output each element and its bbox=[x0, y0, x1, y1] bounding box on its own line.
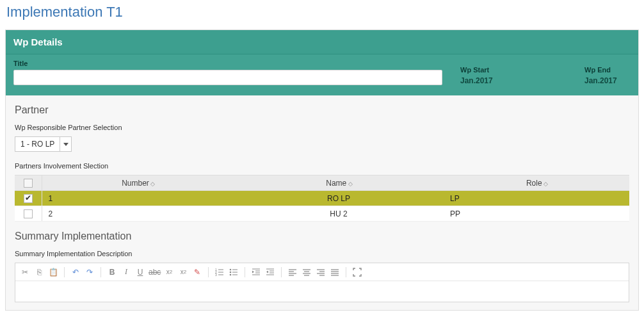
partner-section: Partner Wp Responsible Partner Selection… bbox=[6, 95, 638, 222]
clear-formatting-icon[interactable]: ✎ bbox=[191, 266, 203, 278]
title-label: Title bbox=[13, 60, 442, 67]
outdent-button[interactable] bbox=[250, 266, 262, 278]
indent-button[interactable] bbox=[264, 266, 276, 278]
row-checkbox-cell[interactable] bbox=[15, 206, 42, 222]
wp-details-heading: Wp Details bbox=[13, 37, 63, 47]
sort-icon: ◇ bbox=[348, 181, 351, 187]
editor-canvas[interactable] bbox=[15, 281, 629, 302]
svg-point-8 bbox=[230, 273, 232, 275]
wp-start-value: Jan.2017 bbox=[460, 76, 584, 85]
table-row[interactable]: 1RO LPLP bbox=[15, 191, 629, 206]
wp-details-header: Wp Details Title Wp Start Jan.2017 Wp En… bbox=[6, 30, 638, 95]
align-right-button[interactable] bbox=[315, 266, 326, 278]
header-checkbox-cell[interactable] bbox=[15, 175, 42, 191]
responsible-partner-selected: 1 - RO LP bbox=[15, 140, 60, 149]
fullscreen-button[interactable] bbox=[351, 266, 363, 278]
row-checkbox[interactable] bbox=[24, 209, 33, 218]
strikethrough-button[interactable]: abc bbox=[149, 266, 161, 278]
ordered-list-button[interactable]: 123 bbox=[214, 266, 225, 278]
unordered-list-button[interactable] bbox=[228, 266, 239, 278]
svg-point-7 bbox=[230, 271, 232, 273]
chevron-down-icon bbox=[63, 143, 68, 146]
cell-number: 1 bbox=[42, 191, 234, 206]
editor-toolbar: ✂ ⎘ 📋 ↶ ↷ B I U abc x2 x2 ✎ 123 bbox=[15, 263, 629, 281]
cell-name: RO LP bbox=[234, 191, 444, 206]
col-number[interactable]: Number ◇ bbox=[42, 175, 234, 191]
wp-end-value: Jan.2017 bbox=[584, 76, 631, 85]
svg-text:3: 3 bbox=[215, 273, 217, 277]
cell-role: PP bbox=[444, 206, 629, 222]
underline-button[interactable]: U bbox=[134, 266, 146, 278]
table-row[interactable]: 2HU 2PP bbox=[15, 206, 629, 222]
involvement-label: Partners Involvement Slection bbox=[15, 162, 629, 170]
subscript-button[interactable]: x2 bbox=[163, 266, 175, 278]
cell-number: 2 bbox=[42, 206, 234, 222]
bold-button[interactable]: B bbox=[106, 266, 118, 278]
cell-role: LP bbox=[444, 191, 629, 206]
responsible-partner-dropdown[interactable]: 1 - RO LP bbox=[15, 136, 72, 152]
dropdown-toggle[interactable] bbox=[60, 137, 71, 151]
header-checkbox[interactable] bbox=[24, 179, 33, 188]
sort-icon: ◇ bbox=[150, 181, 154, 187]
wp-start-label: Wp Start bbox=[460, 66, 584, 74]
summary-section: Summary Implementation Summary Implement… bbox=[6, 222, 638, 310]
paste-icon[interactable]: 📋 bbox=[47, 266, 59, 278]
row-checkbox[interactable] bbox=[24, 194, 33, 203]
italic-button[interactable]: I bbox=[120, 266, 132, 278]
summary-description-label: Summary Implementation Description bbox=[15, 250, 629, 257]
align-left-button[interactable] bbox=[287, 266, 298, 278]
title-input[interactable] bbox=[13, 70, 442, 85]
wp-end-label: Wp End bbox=[584, 66, 631, 74]
align-center-button[interactable] bbox=[301, 266, 312, 278]
svg-marker-21 bbox=[266, 270, 268, 273]
align-justify-button[interactable] bbox=[329, 266, 341, 278]
copy-icon[interactable]: ⎘ bbox=[33, 266, 45, 278]
row-checkbox-cell[interactable] bbox=[15, 191, 42, 206]
page-title: Implementation T1 bbox=[5, 0, 639, 29]
cut-icon[interactable]: ✂ bbox=[19, 266, 31, 278]
partner-heading: Partner bbox=[15, 104, 629, 116]
redo-icon[interactable]: ↷ bbox=[84, 266, 95, 278]
col-role[interactable]: Role ◇ bbox=[444, 175, 629, 191]
col-name[interactable]: Name ◇ bbox=[234, 175, 444, 191]
rich-text-editor: ✂ ⎘ 📋 ↶ ↷ B I U abc x2 x2 ✎ 123 bbox=[15, 263, 629, 302]
superscript-button[interactable]: x2 bbox=[177, 266, 189, 278]
partners-table: Number ◇ Name ◇ Role ◇ 1RO LPLP2HU 2PP bbox=[15, 175, 629, 222]
sort-icon: ◇ bbox=[543, 181, 547, 187]
svg-point-6 bbox=[230, 268, 232, 270]
wp-details-panel: Wp Details Title Wp Start Jan.2017 Wp En… bbox=[5, 29, 639, 311]
svg-marker-16 bbox=[252, 270, 254, 273]
cell-name: HU 2 bbox=[234, 206, 444, 222]
undo-icon[interactable]: ↶ bbox=[70, 266, 81, 278]
responsible-partner-label: Wp Responsible Partner Selection bbox=[15, 124, 629, 131]
summary-heading: Summary Implementation bbox=[15, 231, 629, 242]
